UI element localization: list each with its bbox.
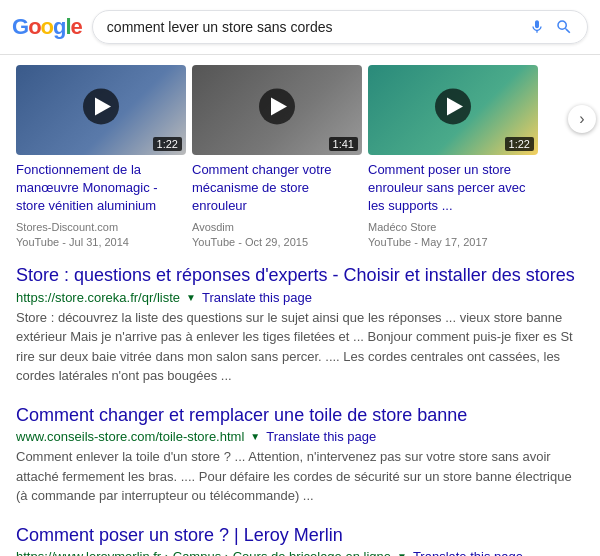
play-button-3[interactable] (435, 88, 471, 124)
result-title-1[interactable]: Store : questions et réponses d'experts … (16, 264, 584, 287)
video-platform-3: YouTube (368, 236, 411, 248)
search-icons (529, 17, 573, 37)
result-snippet-1: Store : découvrez la liste des questions… (16, 308, 584, 386)
result-url-line-2: www.conseils-store.com/toile-store.html … (16, 429, 584, 444)
video-title-3[interactable]: Comment poser un store enrouleur sans pe… (368, 161, 538, 216)
result-item-1: Store : questions et réponses d'experts … (16, 264, 584, 385)
header: Google (0, 0, 600, 55)
result-item-2: Comment changer et remplacer une toile d… (16, 404, 584, 506)
video-date-3: - May 17, 2017 (414, 236, 487, 248)
result-translate-link-2[interactable]: Translate this page (266, 429, 376, 444)
video-source-3: Madéco Store (368, 221, 436, 233)
video-platform-2: YouTube (192, 236, 235, 248)
video-title-2[interactable]: Comment changer votre mécanisme de store… (192, 161, 362, 216)
result-snippet-2: Comment enlever la toile d'un store ? ..… (16, 447, 584, 506)
result-item-3: Comment poser un store ? | Leroy Merlin … (16, 524, 584, 556)
video-source-1: Stores-Discount.com (16, 221, 118, 233)
video-thumbnail-2[interactable]: 1:41 (192, 65, 362, 155)
video-meta-2: Avosdim YouTube - Oct 29, 2015 (192, 220, 362, 251)
logo-g2: g (53, 14, 65, 39)
google-logo: Google (12, 14, 82, 40)
organic-results: Store : questions et réponses d'experts … (0, 250, 600, 556)
play-button-2[interactable] (259, 88, 295, 124)
result-url-2: www.conseils-store.com/toile-store.html (16, 429, 244, 444)
search-input[interactable] (107, 19, 529, 35)
video-platform-1: YouTube (16, 236, 59, 248)
result-title-2[interactable]: Comment changer et remplacer une toile d… (16, 404, 584, 427)
video-thumbnail-3[interactable]: 1:22 (368, 65, 538, 155)
video-results-section: 1:22 Fonctionnement de la manœuvre Monom… (0, 55, 600, 250)
result-dropdown-arrow-2[interactable]: ▼ (250, 431, 260, 442)
result-url-1: https://store.coreka.fr/qr/liste (16, 290, 180, 305)
logo-g: G (12, 14, 28, 39)
video-thumbnail-1[interactable]: 1:22 (16, 65, 186, 155)
result-translate-link-1[interactable]: Translate this page (202, 290, 312, 305)
search-bar (92, 10, 588, 44)
video-meta-3: Madéco Store YouTube - May 17, 2017 (368, 220, 538, 251)
video-card-2: 1:41 Comment changer votre mécanisme de … (192, 65, 362, 250)
video-duration-2: 1:41 (329, 137, 358, 151)
logo-e: e (71, 14, 82, 39)
video-date-1: - Jul 31, 2014 (62, 236, 129, 248)
video-card-1: 1:22 Fonctionnement de la manœuvre Monom… (16, 65, 186, 250)
video-duration-1: 1:22 (153, 137, 182, 151)
result-dropdown-arrow-3[interactable]: ▼ (397, 551, 407, 556)
video-source-2: Avosdim (192, 221, 234, 233)
logo-o2: o (41, 14, 53, 39)
video-title-1[interactable]: Fonctionnement de la manœuvre Monomagic … (16, 161, 186, 216)
video-date-2: - Oct 29, 2015 (238, 236, 308, 248)
video-duration-3: 1:22 (505, 137, 534, 151)
result-translate-link-3[interactable]: Translate this page (413, 549, 523, 556)
result-title-3[interactable]: Comment poser un store ? | Leroy Merlin (16, 524, 584, 547)
result-url-line-1: https://store.coreka.fr/qr/liste ▼ Trans… (16, 290, 584, 305)
microphone-icon[interactable] (529, 17, 545, 37)
play-button-1[interactable] (83, 88, 119, 124)
video-next-chevron[interactable]: › (568, 105, 596, 133)
result-url-3: https://www.leroymerlin.fr › Campus › Co… (16, 549, 391, 556)
logo-o1: o (28, 14, 40, 39)
result-dropdown-arrow-1[interactable]: ▼ (186, 292, 196, 303)
result-url-line-3: https://www.leroymerlin.fr › Campus › Co… (16, 549, 584, 556)
video-card-3: 1:22 Comment poser un store enrouleur sa… (368, 65, 538, 250)
search-button[interactable] (555, 18, 573, 36)
video-meta-1: Stores-Discount.com YouTube - Jul 31, 20… (16, 220, 186, 251)
